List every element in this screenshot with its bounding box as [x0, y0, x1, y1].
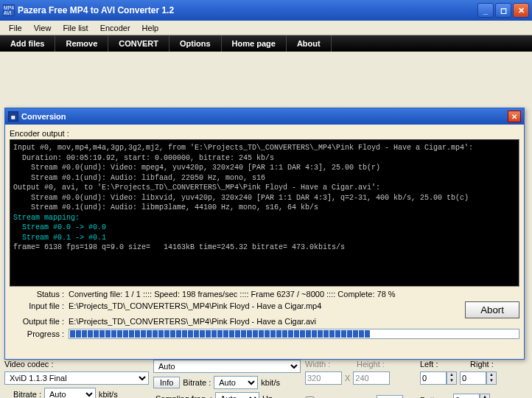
encoder-output-console: Input #0, mov,mp4,m4a,3gp,3g2,mj2, from …: [10, 139, 519, 287]
close-button[interactable]: ✕: [513, 3, 529, 18]
crop-left-spinner[interactable]: ▲▼: [420, 371, 457, 385]
inputfile-label: Input file :: [10, 301, 69, 318]
video-codec-select[interactable]: XviD 1.1.3 Final: [4, 371, 149, 385]
maximize-button[interactable]: ◻: [495, 3, 511, 18]
menu-view[interactable]: View: [28, 22, 57, 34]
width-input: [305, 371, 342, 385]
audio-samp-label: Sampling freq. :: [153, 394, 212, 398]
menu-encoder[interactable]: Encoder: [94, 22, 136, 34]
size-x-label: X: [345, 374, 350, 383]
dialog-app-icon: ▦: [8, 111, 18, 122]
toolbar-addfiles[interactable]: Add files: [0, 35, 55, 52]
crop-right-label: Right :: [470, 360, 494, 369]
status-label: Status :: [10, 290, 69, 298]
height-label: Height :: [357, 360, 385, 369]
audio-bitrate-select[interactable]: Auto: [214, 376, 258, 389]
audio-bitrate-label: Bitrate :: [183, 378, 211, 387]
toolbar-about[interactable]: About: [287, 35, 332, 52]
video-bitrate-label: Bitrate :: [4, 390, 41, 398]
inputfile-value: E:\Projects_TD\_CONVERTERS\_MP4\Pink Flo…: [69, 301, 465, 318]
audio-samp-unit: Hz: [262, 394, 272, 398]
crop-right-spinner[interactable]: ▲▼: [460, 371, 497, 385]
dialog-close-button[interactable]: ✕: [508, 111, 521, 122]
video-bitrate-select[interactable]: Auto: [44, 388, 96, 398]
crop-left-label: Left :: [420, 360, 449, 369]
audio-bitrate-unit: kbit/s: [261, 378, 280, 387]
encoder-output-label: Encoder output :: [10, 129, 519, 138]
outputfile-label: Output file :: [10, 317, 69, 326]
toolbar: Add files Remove CONVERT Options Home pa…: [0, 35, 532, 52]
menu-file[interactable]: File: [3, 22, 28, 34]
video-codec-label: Video codec :: [4, 360, 149, 369]
video-bitrate-unit: kbit/s: [99, 390, 118, 398]
status-value: Converting file: 1 / 1 :::: Speed: 198 f…: [69, 290, 396, 298]
audio-samp-select[interactable]: Auto: [215, 392, 259, 398]
audio-info-button[interactable]: Info: [153, 377, 180, 388]
width-label: Width :: [305, 360, 342, 369]
fourcc-info-button[interactable]: Info: [377, 395, 403, 398]
minimize-button[interactable]: _: [477, 3, 494, 18]
toolbar-convert[interactable]: CONVERT: [108, 35, 169, 52]
crop-bottom-spinner[interactable]: ▲▼: [453, 394, 490, 398]
abort-button[interactable]: Abort: [465, 301, 519, 318]
progress-label: Progress :: [10, 329, 69, 338]
app-icon: MP4 AVI: [3, 4, 15, 16]
toolbar-remove[interactable]: Remove: [55, 35, 108, 52]
toolbar-homepage[interactable]: Home page: [222, 35, 287, 52]
progress-bar: [69, 329, 519, 339]
titlebar: MP4 AVI Pazera Free MP4 to AVI Converter…: [0, 0, 532, 21]
outputfile-value: E:\Projects_TD\_CONVERTERS\_MP4\Pink Flo…: [69, 317, 316, 326]
conversion-dialog: ▦ Conversion ✕ Encoder output : Input #0…: [4, 108, 525, 360]
toolbar-options[interactable]: Options: [169, 35, 222, 52]
menubar: File View File list Encoder Help: [0, 21, 532, 35]
audio-codec-select[interactable]: Auto: [153, 360, 301, 373]
dialog-title: Conversion: [21, 112, 66, 121]
menu-help[interactable]: Help: [136, 22, 165, 34]
height-input: [353, 371, 390, 385]
menu-filelist[interactable]: File list: [57, 22, 94, 34]
dialog-titlebar: ▦ Conversion ✕: [5, 108, 524, 125]
window-title: Pazera Free MP4 to AVI Converter 1.2: [18, 5, 476, 15]
